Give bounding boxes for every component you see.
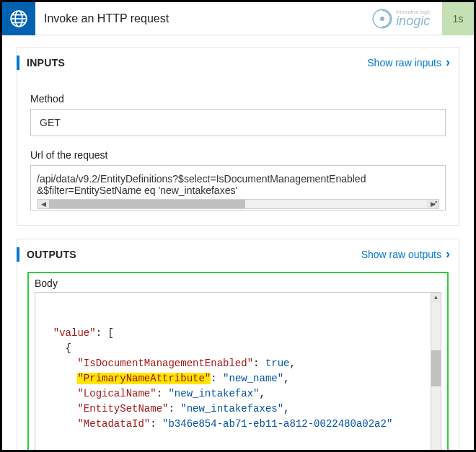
title-bar: Invoke an HTTP request innovative logic … xyxy=(2,2,474,35)
url-label: Url of the request xyxy=(30,149,446,161)
body-json-box: "value": [ { "IsDocumentManagementEnable… xyxy=(35,292,441,452)
chevron-right-icon: › xyxy=(446,55,450,70)
vertical-scroll-thumb[interactable] xyxy=(431,350,441,386)
show-raw-inputs-link[interactable]: Show raw inputs › xyxy=(367,55,450,70)
action-icon-tile xyxy=(2,2,35,35)
json-val-esn: "new_intakefaxes" xyxy=(180,403,283,415)
inputs-panel-header: INPUTS Show raw inputs › xyxy=(17,48,459,77)
url-line-2: &$filter=EntitySetName eq 'new_intakefax… xyxy=(37,185,439,196)
body-label: Body xyxy=(35,278,441,289)
horizontal-scrollbar[interactable]: ◀ ▶ xyxy=(37,199,439,209)
json-content: "value": [ { "IsDocumentManagementEnable… xyxy=(35,323,441,435)
json-key-value: "value" xyxy=(53,327,96,339)
outputs-title: OUTPUTS xyxy=(27,249,76,260)
scroll-left-button[interactable]: ◀ xyxy=(38,200,49,208)
json-key-primarynameattribute: "PrimaryNameAttribute" xyxy=(77,373,211,384)
json-val-meta: "b346e854-ab71-eb11-a812-0022480a02a2" xyxy=(162,418,392,430)
json-val-logical: "new_intakefax" xyxy=(168,388,259,399)
content-area: INPUTS Show raw inputs › Method GET Url … xyxy=(2,35,474,452)
scroll-up-button[interactable]: ▲ xyxy=(431,293,441,303)
duration-badge: 1s xyxy=(442,2,474,35)
chevron-right-icon: › xyxy=(446,247,450,262)
scroll-track[interactable] xyxy=(49,200,427,208)
brand-swirl-icon xyxy=(371,8,393,30)
url-value: /api/data/v9.2/EntityDefinitions?$select… xyxy=(30,165,446,211)
json-key-isdme: "IsDocumentManagementEnabled" xyxy=(77,358,253,369)
json-val-pna: "new_name" xyxy=(223,373,283,384)
window-frame: Invoke an HTTP request innovative logic … xyxy=(0,0,476,452)
brand-text: innovative logic inogic xyxy=(396,9,431,27)
json-key-metadataid: "MetadataId" xyxy=(77,418,150,430)
show-raw-outputs-link[interactable]: Show raw outputs › xyxy=(361,247,450,262)
accent-bar xyxy=(17,247,19,262)
accent-bar xyxy=(17,56,19,70)
globe-icon xyxy=(9,9,28,28)
json-val-isdme: true xyxy=(265,358,290,369)
method-label: Method xyxy=(30,93,446,105)
json-key-logicalname: "LogicalName" xyxy=(77,388,156,399)
method-value: GET xyxy=(30,109,446,136)
body-highlight-box: Body "value": [ { "IsDocumentManagementE… xyxy=(27,272,449,452)
outputs-panel: OUTPUTS Show raw outputs › Body "value":… xyxy=(17,239,459,452)
outputs-panel-header: OUTPUTS Show raw outputs › xyxy=(17,239,459,269)
show-raw-outputs-label: Show raw outputs xyxy=(361,249,441,260)
svg-point-4 xyxy=(380,17,384,21)
url-line-1: /api/data/v9.2/EntityDefinitions?$select… xyxy=(37,173,439,185)
inputs-panel: INPUTS Show raw inputs › Method GET Url … xyxy=(17,47,459,226)
scroll-right-button[interactable]: ▶ xyxy=(427,200,438,208)
scroll-thumb[interactable] xyxy=(49,200,245,208)
brand-logo: innovative logic inogic xyxy=(371,8,431,30)
show-raw-inputs-label: Show raw inputs xyxy=(367,57,441,68)
brand-name: inogic xyxy=(396,14,430,28)
inputs-title: INPUTS xyxy=(27,57,65,68)
vertical-scrollbar[interactable]: ▲ ▼ xyxy=(431,293,441,452)
json-key-entitysetname: "EntitySetName" xyxy=(77,403,168,415)
